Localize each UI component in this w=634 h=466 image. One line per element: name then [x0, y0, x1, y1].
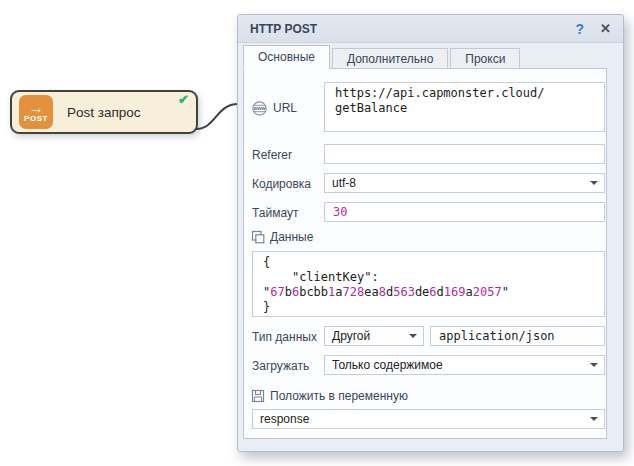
encoding-label: Кодировка: [252, 177, 311, 191]
load-mode-label: Загружать: [252, 359, 309, 373]
svg-text:www: www: [252, 105, 266, 111]
data-label: Данные: [251, 230, 313, 244]
globe-www-icon: www: [251, 100, 268, 117]
arrow-right-icon: →: [29, 101, 44, 114]
canvas: → POST Post запрос ✔ HTTP POST ? ✕ Основ…: [0, 0, 634, 466]
content-type-label: Тип данных: [252, 330, 317, 344]
url-label: www URL: [251, 83, 297, 133]
floppy-icon: [251, 389, 265, 403]
flow-node-post-request[interactable]: → POST Post запрос ✔: [10, 90, 198, 134]
url-input[interactable]: https://api.capmonster.cloud/ getBalance: [324, 82, 605, 132]
tab-bar: Основные Дополнительно Прокси: [243, 45, 607, 69]
chevron-down-icon: [590, 363, 598, 367]
tab-main[interactable]: Основные: [243, 45, 330, 69]
post-data-input[interactable]: { "clientKey": "67b6bcbb1a728ea8d563de6d…: [252, 251, 605, 317]
dialog-title: HTTP POST: [250, 22, 317, 36]
load-mode-select[interactable]: Только содержимое: [324, 355, 605, 375]
encoding-select[interactable]: utf-8: [324, 173, 605, 193]
timeout-label: Таймаут: [252, 206, 298, 220]
store-variable-select[interactable]: response: [252, 409, 605, 429]
referer-label: Referer: [252, 148, 292, 162]
chevron-down-icon: [590, 417, 598, 421]
tab-advanced[interactable]: Дополнительно: [332, 48, 448, 69]
tab-panel-main: www URL https://api.capmonster.cloud/ ge…: [243, 68, 607, 439]
chevron-down-icon: [409, 334, 417, 338]
referer-input[interactable]: [324, 144, 605, 164]
http-post-dialog: HTTP POST ? ✕ Основные Дополнительно Про…: [237, 14, 624, 452]
mime-type-input[interactable]: application/json: [430, 326, 605, 346]
success-check-icon: ✔: [178, 92, 189, 107]
dialog-titlebar[interactable]: HTTP POST ? ✕: [238, 15, 623, 43]
node-title: Post запрос: [67, 105, 141, 120]
content-type-select[interactable]: Другой: [324, 326, 424, 346]
help-button[interactable]: ?: [576, 21, 585, 37]
copy-icon: [251, 230, 265, 244]
tab-proxy[interactable]: Прокси: [450, 48, 520, 69]
post-method-icon: → POST: [19, 95, 53, 129]
timeout-input[interactable]: 30: [324, 202, 605, 222]
chevron-down-icon: [590, 181, 598, 185]
connector-line: [190, 96, 242, 138]
store-variable-label: Положить в переменную: [251, 389, 408, 403]
close-button[interactable]: ✕: [600, 21, 611, 36]
